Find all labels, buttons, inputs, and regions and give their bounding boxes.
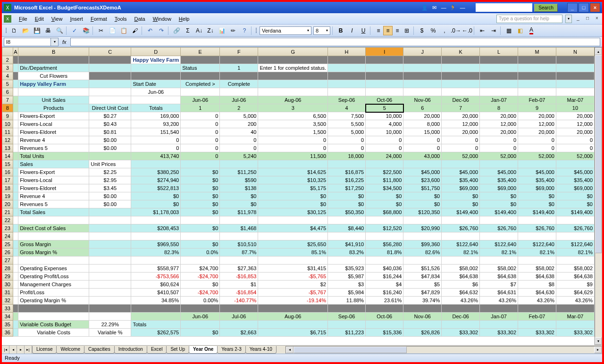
cell[interactable]: $64,638	[556, 273, 594, 281]
search-button[interactable]: Search	[534, 4, 558, 12]
cell[interactable]: $12,520	[366, 224, 403, 232]
cell[interactable]: Jun-06	[181, 96, 220, 104]
cell[interactable]	[89, 281, 131, 289]
cell[interactable]: $56,280	[366, 240, 403, 248]
cell[interactable]	[181, 321, 220, 329]
cell[interactable]	[480, 80, 518, 88]
cell[interactable]: 0	[220, 136, 258, 144]
cell[interactable]: 0	[328, 144, 366, 152]
cell[interactable]: $0	[442, 192, 480, 200]
cell[interactable]	[258, 256, 328, 265]
cell[interactable]: Unit Sales	[18, 96, 89, 104]
row-header[interactable]: 2	[2, 56, 13, 64]
cell[interactable]: Revenues 5	[18, 200, 89, 208]
cell[interactable]: Totals	[131, 321, 181, 329]
cell[interactable]	[328, 80, 366, 88]
cell[interactable]: 0	[480, 144, 518, 152]
cell[interactable]	[13, 64, 18, 72]
cell[interactable]: $0	[181, 168, 220, 176]
row-header[interactable]: 23	[2, 224, 13, 232]
cell[interactable]	[13, 144, 18, 152]
cell[interactable]	[403, 88, 442, 96]
row-header[interactable]: 7	[2, 96, 13, 104]
cell[interactable]: 5,000	[328, 128, 366, 136]
cell[interactable]: $410,507	[131, 289, 181, 297]
cell[interactable]: 20,000	[556, 112, 594, 120]
namebox-dropdown-icon[interactable]: ▾	[51, 38, 59, 46]
cell[interactable]	[480, 160, 518, 168]
cell[interactable]	[13, 200, 18, 208]
cell[interactable]: $5,175	[258, 184, 328, 192]
cell[interactable]	[258, 321, 328, 329]
cell[interactable]	[89, 224, 131, 232]
cell[interactable]	[89, 265, 131, 273]
cell[interactable]	[328, 321, 366, 329]
align-center-icon[interactable]: ≡	[383, 26, 393, 35]
cell[interactable]: 0	[328, 136, 366, 144]
cell[interactable]: Management Charges	[18, 281, 89, 289]
cell[interactable]: $16,240	[366, 289, 403, 297]
row-header[interactable]: 6	[2, 88, 13, 96]
row-header[interactable]: 4	[2, 72, 13, 80]
cell[interactable]: $0	[181, 329, 220, 337]
menu-view[interactable]: View	[48, 15, 67, 23]
cell[interactable]: 0	[442, 136, 480, 144]
cell[interactable]	[220, 72, 258, 80]
cell[interactable]: Sep-06	[328, 96, 366, 104]
cell[interactable]	[442, 216, 480, 224]
cell[interactable]	[220, 321, 258, 329]
cell[interactable]	[220, 305, 258, 313]
borders-icon[interactable]: ▦	[504, 26, 513, 35]
cell[interactable]: 6,500	[258, 112, 328, 120]
cell[interactable]: 3	[258, 104, 328, 112]
cell[interactable]	[518, 232, 556, 240]
row-header[interactable]: 29	[2, 273, 13, 281]
cell[interactable]	[18, 232, 89, 240]
help-icon[interactable]: ?	[240, 26, 249, 35]
cell[interactable]: $33,302	[518, 329, 556, 337]
cell[interactable]: 43.26%	[442, 297, 480, 305]
cell[interactable]: 5,000	[220, 112, 258, 120]
row-header[interactable]: 15	[2, 160, 13, 168]
cell[interactable]	[13, 256, 18, 265]
cell[interactable]	[220, 160, 258, 168]
cell[interactable]: Gross Margin	[18, 240, 89, 248]
cell[interactable]: Gross Margin %	[18, 248, 89, 256]
cell[interactable]	[480, 321, 518, 329]
cell[interactable]	[480, 88, 518, 96]
col-header[interactable]: K	[442, 48, 480, 56]
cell[interactable]	[181, 256, 220, 265]
cell[interactable]	[89, 96, 131, 104]
cell[interactable]: $51,750	[403, 184, 442, 192]
cell[interactable]: $0.00	[89, 136, 131, 144]
cell[interactable]: $35,400	[442, 176, 480, 184]
cell[interactable]: $0	[328, 192, 366, 200]
cell[interactable]	[442, 88, 480, 96]
maximize-button[interactable]: □	[579, 3, 589, 12]
cell[interactable]: $16,875	[328, 168, 366, 176]
cell[interactable]: $149,400	[556, 208, 594, 216]
col-header[interactable]: J	[403, 48, 442, 56]
cell[interactable]	[403, 321, 442, 329]
cell[interactable]	[13, 112, 18, 120]
scroll-down-icon[interactable]: ▾	[595, 337, 602, 345]
cell[interactable]	[366, 64, 403, 72]
cell[interactable]	[18, 56, 89, 64]
person-icon[interactable]: 👤	[421, 4, 428, 11]
cell[interactable]: Feb-07	[518, 313, 556, 321]
cell[interactable]	[131, 305, 181, 313]
cell[interactable]	[89, 72, 131, 80]
cell[interactable]: Totals	[131, 104, 181, 112]
cell[interactable]	[89, 56, 131, 64]
cell[interactable]: 23.61%	[366, 297, 403, 305]
cell[interactable]: 0	[556, 144, 594, 152]
cell[interactable]: $149,400	[518, 208, 556, 216]
cell[interactable]	[13, 305, 18, 313]
cell[interactable]: Sep-06	[328, 313, 366, 321]
cell[interactable]: Variable %	[89, 329, 131, 337]
cell[interactable]	[518, 216, 556, 224]
cell[interactable]	[328, 72, 366, 80]
cell[interactable]	[13, 208, 18, 216]
row-header[interactable]: 33	[2, 305, 13, 313]
cell[interactable]	[13, 321, 18, 329]
